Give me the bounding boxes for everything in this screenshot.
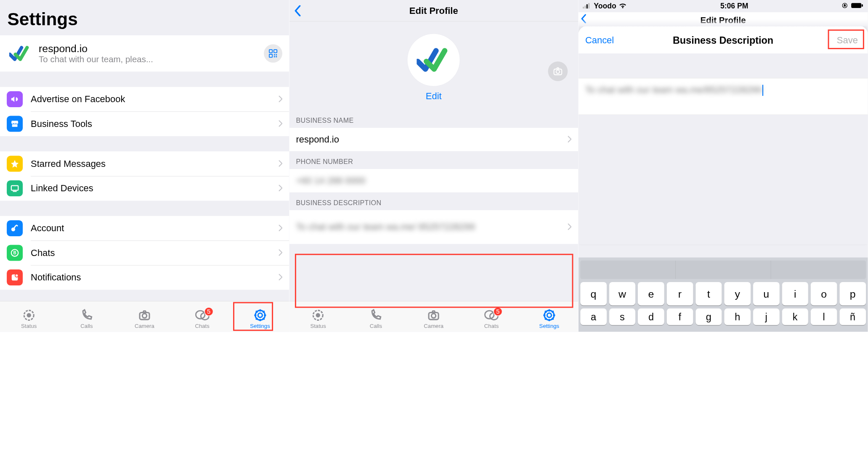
tab-status[interactable]: Status [11,308,48,329]
business-tools-row[interactable]: Business Tools [0,111,289,136]
svg-rect-0 [269,50,272,53]
tab-status[interactable]: Status [300,308,337,329]
key-a[interactable]: a [580,309,607,325]
wifi-icon [618,2,626,10]
megaphone-icon [7,91,23,107]
key-l[interactable]: l [811,309,837,325]
key-t[interactable]: t [695,282,722,306]
tab-camera[interactable]: Camera [126,308,163,329]
notifications-row[interactable]: Notifications [0,265,289,290]
status-ring-icon [312,308,325,322]
key-e[interactable]: e [638,282,664,306]
tab-chats[interactable]: Chats 5 [473,308,510,329]
starred-messages-row[interactable]: Starred Messages [0,151,289,176]
chats-row[interactable]: B Chats [0,240,289,265]
description-textarea[interactable]: To chat with our team wa.me/85257228299 [579,78,868,115]
business-name-row[interactable]: respond.io [289,128,578,151]
battery-icon [851,2,863,10]
tab-label: Status [310,323,326,329]
tab-label: Calls [80,323,93,329]
settings-pane: Settings respond.io To chat with our tea… [0,0,289,332]
nav-title: Edit Profile [409,5,458,16]
svg-text:B: B [13,251,16,255]
phone-number-row[interactable]: +60 14 288 0000 [289,169,578,193]
svg-rect-56 [862,4,863,7]
key-w[interactable]: w [609,282,636,306]
key-d[interactable]: d [638,309,664,325]
tab-label: Calls [370,323,382,329]
tab-label: Camera [135,323,154,329]
key-i[interactable]: i [782,282,808,306]
utility-group: Starred Messages Linked Devices [0,151,289,201]
key-icon [7,220,23,236]
chevron-right-icon [279,185,282,192]
svg-rect-5 [274,56,275,58]
key-s[interactable]: s [609,309,636,325]
business-description-row[interactable]: To chat with our team wa.me/ 85257228299 [289,210,578,244]
advertise-facebook-row[interactable]: Advertise on Facebook [0,87,289,111]
back-button[interactable] [291,0,304,21]
key-j[interactable]: j [753,309,780,325]
profile-name: respond.io [39,42,264,55]
respond-logo-icon [7,40,33,67]
save-button[interactable]: Save [834,34,861,47]
background-navbar-peek: Edit Profile [579,12,868,26]
tab-settings[interactable]: Settings [531,308,568,329]
svg-rect-51 [584,5,586,8]
svg-point-17 [27,313,31,317]
camera-icon [427,308,440,322]
key-y[interactable]: y [724,282,751,306]
business-description-header: BUSINESS DESCRIPTION [289,193,578,210]
key-q[interactable]: q [580,282,607,306]
edit-photo-button[interactable]: Edit [426,91,442,101]
svg-point-20 [196,311,205,319]
svg-point-38 [485,311,494,319]
tab-calls[interactable]: Calls [68,308,105,329]
status-ring-icon [22,308,35,322]
tab-settings[interactable]: Settings [242,308,279,329]
tab-calls[interactable]: Calls [358,308,395,329]
linked-devices-row[interactable]: Linked Devices [0,176,289,201]
chevron-right-icon [279,160,282,168]
profile-row[interactable]: respond.io To chat with our team, pleas.… [0,35,289,71]
svg-rect-53 [588,3,589,8]
key-ñ[interactable]: ñ [839,309,866,325]
svg-rect-1 [274,50,277,53]
key-k[interactable]: k [782,309,808,325]
qr-code-button[interactable] [264,44,282,63]
modal-sheet: Cancel Business Description Save To chat… [579,26,868,244]
status-time: 5:06 PM [720,2,748,10]
key-f[interactable]: f [667,309,693,325]
sheet-title: Business Description [673,34,773,46]
svg-rect-6 [276,56,277,58]
keyboard-suggestions[interactable] [580,261,866,279]
description-editor-pane: Yoodo 5:06 PM Edit Profile Cancel Busine… [579,0,868,332]
cancel-button[interactable]: Cancel [585,35,614,45]
tab-chats[interactable]: Chats 5 [184,308,221,329]
key-u[interactable]: u [753,282,780,306]
profile-avatar[interactable] [408,34,460,86]
key-h[interactable]: h [724,309,751,325]
orientation-lock-icon [842,2,848,10]
phone-icon [80,308,93,322]
gear-icon [543,308,556,322]
keyboard[interactable]: qwertyuiop asdfghjklñ [579,257,868,332]
chevron-right-icon [279,224,282,232]
notif-icon [7,269,23,285]
camera-button[interactable] [548,61,568,81]
unread-badge: 5 [493,307,502,316]
key-o[interactable]: o [811,282,837,306]
tab-label: Settings [250,323,270,329]
svg-point-35 [316,313,320,317]
key-p[interactable]: p [839,282,866,306]
annotation-highlight [295,254,573,308]
key-r[interactable]: r [667,282,693,306]
key-g[interactable]: g [695,309,722,325]
svg-point-40 [547,313,551,317]
tab-camera[interactable]: Camera [415,308,452,329]
svg-rect-11 [16,224,18,227]
tab-bar: Status Calls Camera Chats 5 Settings [289,301,578,332]
account-row[interactable]: Account [0,216,289,240]
display-icon [7,180,23,196]
phone-number-header: PHONE NUMBER [289,151,578,169]
